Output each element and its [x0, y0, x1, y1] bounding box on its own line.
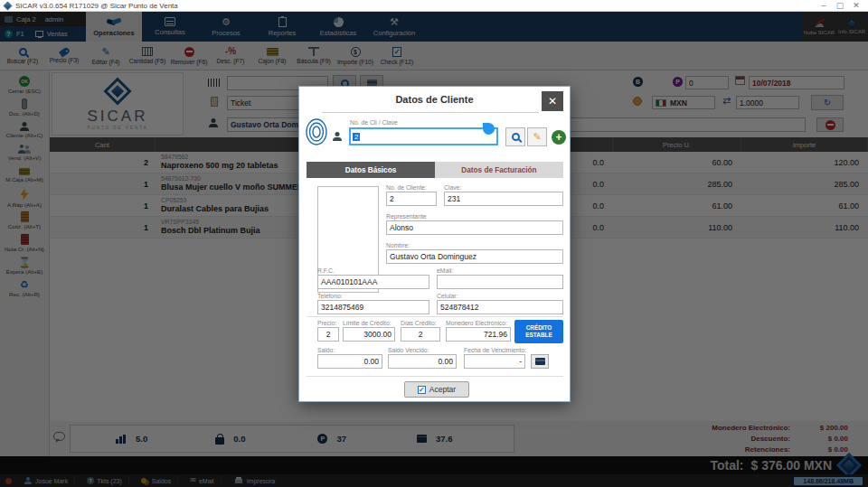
- celular-label: Celular:: [437, 293, 458, 299]
- precio-field[interactable]: 2: [317, 327, 339, 342]
- email-field[interactable]: [437, 275, 563, 289]
- divider: [307, 376, 563, 377]
- precio-label: Precio:: [317, 320, 336, 326]
- app-window: SICAR v3.0.654 R171029 @ Sicar Punto de …: [0, 0, 868, 487]
- celular-field[interactable]: 524878412: [437, 300, 563, 314]
- monedero-field[interactable]: 721.96: [446, 327, 511, 342]
- aceptar-button[interactable]: ✓ Aceptar: [404, 381, 469, 398]
- add-client-button[interactable]: +: [549, 127, 569, 146]
- pencil-icon: ✎: [533, 132, 541, 142]
- client-search-input[interactable]: 2: [349, 127, 498, 145]
- nombre-field[interactable]: Gustavo Orta Dominguez: [386, 249, 563, 264]
- maximize-button[interactable]: ▢: [832, 0, 848, 11]
- vencimiento-field[interactable]: -: [464, 354, 525, 369]
- representante-label: Representante: [386, 213, 427, 220]
- text-cursor-handle[interactable]: [483, 123, 495, 135]
- window-titlebar: SICAR v3.0.654 R171029 @ Sicar Punto de …: [0, 0, 868, 12]
- representante-field[interactable]: Alonso: [386, 220, 563, 235]
- search-icon: [512, 133, 520, 141]
- divider: [307, 316, 563, 317]
- close-button[interactable]: ✕: [848, 0, 864, 11]
- limite-credito-label: Límite de Crédito:: [343, 320, 392, 326]
- credito-estable-button[interactable]: CRÉDITO ESTABLE: [514, 320, 563, 343]
- no-cliente-field[interactable]: 2: [386, 192, 437, 206]
- clave-field[interactable]: 231: [444, 192, 563, 206]
- tab-datos-facturacion[interactable]: Datos de Facturación: [435, 162, 563, 178]
- dialog-title: Datos de Cliente: [299, 94, 570, 105]
- saldo-field[interactable]: 0.00: [317, 354, 382, 369]
- vencimiento-calendar-button[interactable]: [531, 354, 549, 369]
- dias-credito-label: Días Crédito:: [401, 320, 437, 326]
- client-icon: [333, 132, 342, 141]
- vencimiento-label: Fecha de Vencimiento:: [464, 347, 526, 353]
- checkbox-icon: ✓: [418, 386, 426, 394]
- minimize-button[interactable]: –: [816, 0, 832, 11]
- monedero-label: Monedero Electrónico:: [446, 320, 507, 326]
- datos-de-cliente-dialog: Datos de Cliente ✕ No. de Cli / Clave 2 …: [298, 86, 571, 402]
- app-icon: [3, 1, 12, 10]
- saldo-vencido-label: Saldo Vencido:: [388, 347, 429, 353]
- client-search-label: No. de Cli / Clave: [350, 119, 398, 126]
- nombre-label: Nombre:: [386, 242, 410, 248]
- saldo-vencido-field[interactable]: 0.00: [388, 354, 457, 369]
- search-client-button[interactable]: [505, 127, 525, 146]
- client-tabs: Datos Básicos Datos de Facturación: [307, 162, 563, 178]
- window-title: SICAR v3.0.654 R171029 @ Sicar Punto de …: [15, 2, 816, 10]
- telefono-label: Teléfono:: [317, 293, 343, 299]
- divider: [322, 112, 539, 113]
- selected-text: 2: [353, 133, 360, 141]
- plus-icon: +: [552, 130, 566, 145]
- clave-label: Clave:: [444, 184, 461, 191]
- rfc-field[interactable]: AAA010101AAA: [317, 275, 429, 289]
- no-cliente-label: No. de Cliente:: [386, 184, 427, 191]
- email-label: eMail:: [437, 267, 453, 274]
- tab-datos-basicos[interactable]: Datos Básicos: [307, 162, 435, 178]
- saldo-label: Saldo:: [317, 347, 335, 353]
- edit-client-button[interactable]: ✎: [527, 127, 547, 146]
- calendar-card-icon: [535, 358, 545, 365]
- rfc-label: R.F.C.: [317, 267, 335, 274]
- limite-credito-field[interactable]: 3000.00: [343, 327, 395, 342]
- dialog-close-button[interactable]: ✕: [542, 91, 563, 111]
- dias-credito-field[interactable]: 2: [401, 327, 440, 342]
- fingerprint-icon: [305, 117, 328, 146]
- telefono-field[interactable]: 3214875469: [317, 300, 429, 314]
